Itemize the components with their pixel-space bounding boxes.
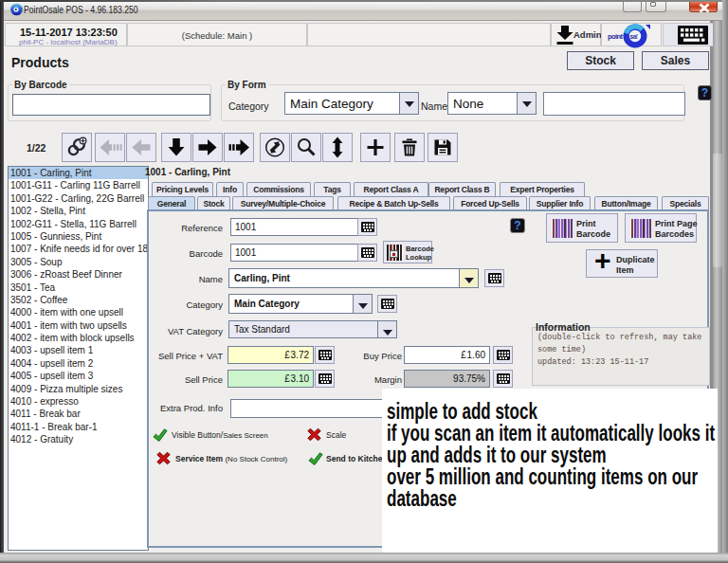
svg-text:point: point <box>608 32 623 41</box>
svg-text:sale: sale <box>630 33 642 40</box>
